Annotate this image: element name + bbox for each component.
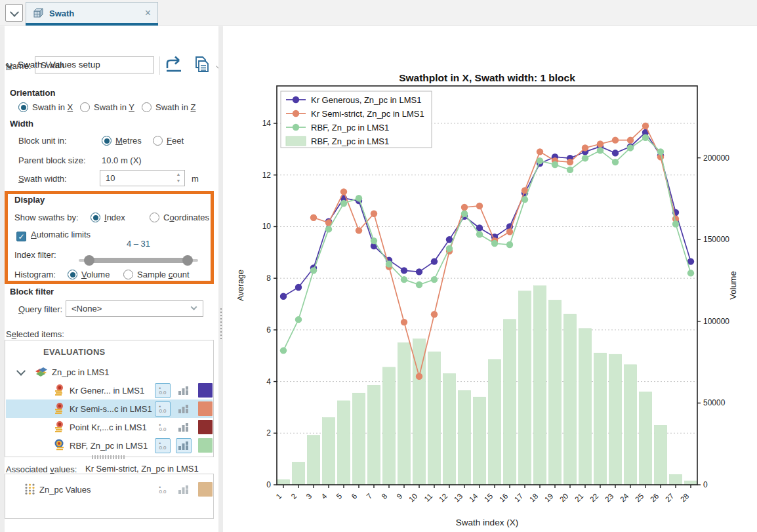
- tree-row-kr-semi-strict[interactable]: Kr Semi-s...c in LMS1 ▪0.0: [6, 399, 213, 418]
- numeric-model-icon: [35, 365, 48, 379]
- setup-section-header[interactable]: Swath / Values setup: [7, 60, 100, 70]
- radio-metres[interactable]: Metres: [102, 136, 142, 146]
- show-values-toggle[interactable]: ▪0.0: [155, 401, 171, 417]
- tree-item-label: Kr Semi-s...c in LMS1: [70, 404, 152, 414]
- chevron-down-icon: [5, 61, 12, 68]
- slider-handle-min[interactable]: [84, 255, 94, 266]
- right-axis-label: Volume: [728, 271, 738, 299]
- x-axis-tick: 9: [395, 492, 403, 501]
- right-axis-tick: 50000: [703, 398, 726, 407]
- tab-list-dropdown-button[interactable]: [5, 4, 23, 22]
- selected-items-label: Selected items:: [6, 329, 64, 339]
- legend-entry: Kr Semi-strict, Zn_pc in LMS1: [311, 109, 424, 119]
- index-filter-label: Index filter:: [14, 250, 56, 260]
- radio-index[interactable]: Index: [91, 213, 125, 222]
- slider-track[interactable]: [88, 258, 188, 263]
- data-point: [356, 195, 362, 201]
- show-values-toggle[interactable]: ▪0.0: [155, 383, 171, 398]
- radio-feet[interactable]: Feet: [153, 136, 184, 146]
- tree-parent-label: Zn_pc in LMS1: [52, 367, 109, 377]
- tree-row-point-kriging[interactable]: Point Kr,...c in LMS1 ▪0.0: [6, 418, 213, 436]
- data-point: [687, 270, 694, 276]
- chevron-down-icon[interactable]: [16, 367, 26, 376]
- radio-icon: [68, 270, 77, 279]
- x-axis-tick: 14: [468, 492, 480, 504]
- radio-volume[interactable]: Volume: [68, 270, 110, 279]
- show-values-toggle[interactable]: ▪0.0: [155, 482, 171, 497]
- display-heading: Display: [14, 195, 45, 205]
- histogram-toggle[interactable]: [176, 482, 192, 497]
- query-filter-select[interactable]: <None>: [66, 300, 203, 317]
- data-point: [612, 136, 619, 143]
- histogram-toggle[interactable]: [176, 420, 192, 435]
- show-values-toggle[interactable]: ▪0.0: [155, 438, 171, 453]
- copy-icon[interactable]: [192, 55, 212, 77]
- tab-bar: Swath ×: [0, 0, 757, 26]
- evaluations-group-header: EVALUATIONS: [43, 347, 106, 357]
- tree-row-kr-generous[interactable]: Kr Gener... in LMS1 ▪0.0: [6, 381, 213, 399]
- histogram-bar: [398, 342, 410, 485]
- tab-close-icon[interactable]: ×: [145, 8, 151, 18]
- data-point: [612, 159, 619, 165]
- histogram-toggle[interactable]: [176, 438, 192, 453]
- associated-values-row[interactable]: Zn_pc Values ▪0.0: [6, 480, 213, 499]
- tree-resize-grip[interactable]: [92, 455, 126, 459]
- series-color-swatch[interactable]: [198, 420, 213, 434]
- radio-coordinates[interactable]: Coordinates: [150, 213, 209, 222]
- show-values-toggle[interactable]: ▪0.0: [155, 420, 171, 435]
- data-point: [627, 144, 634, 151]
- data-point: [295, 284, 302, 291]
- data-point: [597, 147, 604, 153]
- parent-block-size-value: 10.0 m (X): [102, 155, 142, 165]
- data-point: [612, 150, 619, 156]
- histogram-bar: [684, 481, 697, 485]
- right-axis-tick: 200000: [703, 153, 729, 163]
- index-filter-slider[interactable]: [79, 255, 198, 266]
- export-plot-icon[interactable]: [165, 55, 186, 77]
- left-axis-tick: 2: [266, 428, 271, 438]
- series-line: [314, 126, 676, 377]
- histogram-toggle[interactable]: [176, 401, 192, 417]
- data-point: [522, 196, 528, 203]
- radio-swath-in-x[interactable]: Swath in X: [18, 102, 73, 112]
- show-swaths-by-label: Show swaths by:: [14, 213, 79, 222]
- data-point: [340, 188, 347, 195]
- values-dots-icon: [24, 483, 35, 497]
- histogram-toggle[interactable]: [176, 383, 192, 398]
- radio-sample-count[interactable]: Sample count: [123, 270, 190, 279]
- rbf-estimator-icon: [53, 439, 66, 453]
- spinner-arrows-icon[interactable]: ▲▼: [174, 171, 183, 186]
- tree-item-label: Point Kr,...c in LMS1: [70, 422, 147, 432]
- x-axis-tick: 19: [543, 492, 555, 504]
- radio-swath-in-z[interactable]: Swath in Z: [142, 102, 195, 112]
- x-axis-tick: 8: [380, 492, 388, 501]
- tree-row-parent[interactable]: Zn_pc in LMS1: [6, 363, 213, 381]
- histogram-bar: [654, 425, 666, 485]
- data-point: [506, 228, 513, 235]
- swath-width-spinner[interactable]: 10 ▲▼: [100, 170, 185, 186]
- radio-swath-in-y[interactable]: Swath in Y: [80, 102, 134, 112]
- panel-splitter[interactable]: [218, 26, 223, 532]
- x-axis-label: Swath index (X): [456, 518, 518, 527]
- right-axis-tick: 150000: [703, 235, 729, 244]
- associated-values-value: Kr Semi-strict, Zn_pc in LMS1: [85, 464, 199, 474]
- data-point: [582, 155, 588, 161]
- series-color-swatch[interactable]: [198, 438, 213, 453]
- x-axis-tick: 22: [588, 492, 600, 504]
- x-axis-tick: 17: [513, 492, 525, 504]
- left-axis-tick: 12: [262, 171, 272, 180]
- index-filter-range-value: 4 – 31: [79, 239, 198, 249]
- data-point: [582, 144, 588, 151]
- tab-swath[interactable]: Swath ×: [26, 2, 158, 24]
- x-axis-tick: 3: [304, 492, 313, 501]
- histogram-bar: [518, 291, 531, 485]
- data-point: [371, 211, 377, 217]
- left-axis-tick: 10: [262, 222, 272, 231]
- swath-width-unit: m: [192, 174, 199, 184]
- series-color-swatch[interactable]: [198, 383, 213, 398]
- series-color-swatch[interactable]: [198, 482, 213, 497]
- tree-row-rbf[interactable]: RBF, Zn_pc in LMS1 ▪0.0: [6, 436, 213, 455]
- series-color-swatch[interactable]: [198, 401, 213, 416]
- slider-handle-max[interactable]: [182, 255, 193, 266]
- data-point: [657, 148, 664, 155]
